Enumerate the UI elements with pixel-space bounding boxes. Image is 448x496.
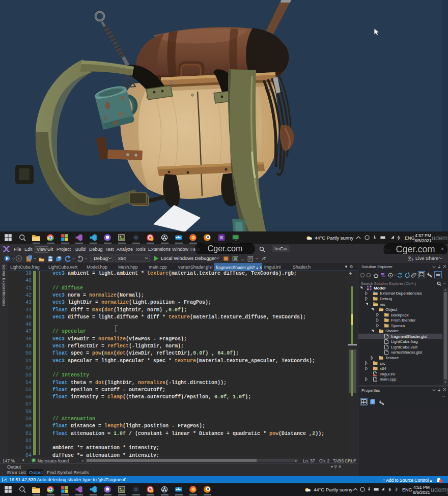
svg-text:LightCube.vert: LightCube.vert bbox=[391, 345, 418, 349]
svg-text:8/5/2021: 8/5/2021 bbox=[414, 238, 432, 243]
svg-text:main.cpp: main.cpp bbox=[380, 377, 397, 382]
svg-text:Debug: Debug bbox=[380, 297, 392, 301]
svg-text:From Blender: From Blender bbox=[391, 318, 416, 323]
svg-text:++: ++ bbox=[374, 378, 378, 382]
svg-text:vertexShader.glsl: vertexShader.glsl bbox=[391, 350, 423, 355]
svg-text:ENG: ENG bbox=[402, 487, 412, 492]
svg-text:Solution Explorer: Solution Explorer bbox=[361, 265, 393, 269]
svg-text:44°C Partly sunny: 44°C Partly sunny bbox=[314, 487, 352, 492]
svg-text:Sponza: Sponza bbox=[391, 324, 405, 328]
svg-text:Backpack: Backpack bbox=[391, 313, 409, 317]
svg-text:x64: x64 bbox=[380, 366, 386, 371]
svg-text:4:57 PM: 4:57 PM bbox=[415, 233, 431, 238]
svg-text:udemy: udemy bbox=[432, 235, 448, 242]
svg-text:8/5/2021: 8/5/2021 bbox=[413, 490, 430, 495]
svg-text:udemy: udemy bbox=[431, 486, 448, 493]
svg-text:Shader: Shader bbox=[385, 329, 399, 333]
svg-text:imgui.ini: imgui.ini bbox=[380, 372, 395, 376]
svg-text:Live Share: Live Share bbox=[415, 255, 438, 261]
svg-text:Properties: Properties bbox=[361, 388, 380, 393]
svg-text:fragmentShader.glsl: fragmentShader.glsl bbox=[391, 334, 427, 339]
svg-text:Debug: Debug bbox=[94, 255, 108, 261]
svg-text:LightCube.frag: LightCube.frag bbox=[391, 339, 417, 344]
svg-text:res: res bbox=[380, 302, 385, 307]
svg-text:Model: Model bbox=[374, 286, 385, 290]
svg-text:44°C Partly sunny: 44°C Partly sunny bbox=[315, 235, 353, 241]
svg-text:Texture: Texture bbox=[385, 356, 399, 360]
svg-text:Search Solution Explorer (Ctrl: Search Solution Explorer (Ctrl+;) bbox=[361, 281, 416, 286]
svg-text:Object: Object bbox=[385, 307, 398, 312]
svg-text:ENG: ENG bbox=[405, 236, 415, 241]
svg-text:x64: x64 bbox=[118, 255, 126, 261]
svg-text:Local Windows Debugger: Local Windows Debugger bbox=[161, 255, 216, 261]
svg-text:4:51 PM: 4:51 PM bbox=[413, 485, 430, 490]
svg-text:External Dependencies: External Dependencies bbox=[380, 291, 422, 296]
svg-text:src: src bbox=[380, 361, 385, 366]
